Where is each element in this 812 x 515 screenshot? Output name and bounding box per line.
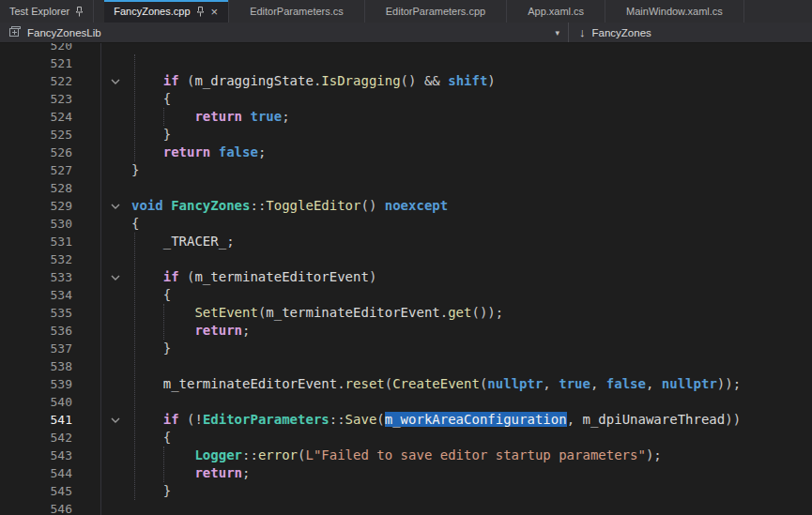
- indent-guide: [163, 304, 164, 340]
- pin-icon[interactable]: [75, 7, 84, 17]
- tab-editorparameters-cs[interactable]: EditorParameters.cs: [229, 0, 365, 23]
- code-text: return;: [131, 322, 812, 340]
- line-number: 545: [0, 482, 83, 500]
- code-line-546[interactable]: 546: [0, 500, 812, 515]
- project-dropdown[interactable]: FancyZonesLib ▾: [0, 23, 569, 42]
- code-text: [131, 500, 812, 515]
- code-line-536[interactable]: 536 return;: [0, 322, 812, 340]
- line-number: 538: [0, 357, 83, 375]
- code-line-520[interactable]: 520: [0, 43, 812, 54]
- tab-label: App.xaml.cs: [528, 6, 584, 17]
- fold-gutter: [83, 90, 131, 108]
- code-line-524[interactable]: 524 return true;: [0, 108, 812, 126]
- code-line-530[interactable]: 530{: [0, 215, 812, 233]
- code-line-543[interactable]: 543 Logger::error(L"Failed to save edito…: [0, 447, 812, 464]
- code-line-522[interactable]: 522 if (m_draggingState.IsDragging() && …: [0, 72, 812, 90]
- indent-guide: [134, 233, 135, 500]
- line-number: 533: [0, 268, 83, 286]
- code-line-537[interactable]: 537 }: [0, 340, 812, 357]
- fold-chevron-icon[interactable]: [83, 268, 131, 286]
- line-number: 528: [0, 179, 83, 197]
- tab-fancyzones-cpp[interactable]: FancyZones.cpp×: [104, 0, 229, 23]
- code-line-531[interactable]: 531 _TRACER_;: [0, 233, 812, 250]
- code-text: }: [131, 340, 812, 357]
- line-number: 527: [0, 161, 83, 179]
- code-line-529[interactable]: 529void FancyZones::ToggleEditor() noexc…: [0, 197, 812, 215]
- line-number: 523: [0, 90, 83, 108]
- line-number: 539: [0, 375, 83, 393]
- fold-gutter: [83, 429, 131, 447]
- pin-icon[interactable]: [196, 7, 205, 17]
- code-editor: 520521522 if (m_draggingState.IsDragging…: [0, 43, 812, 515]
- line-number: 524: [0, 108, 83, 126]
- code-text: {: [131, 429, 812, 447]
- code-line-532[interactable]: 532: [0, 250, 812, 268]
- fold-gutter: [83, 482, 131, 500]
- project-dropdown-label: FancyZonesLib: [27, 27, 101, 38]
- fold-chevron-icon[interactable]: [83, 411, 131, 429]
- line-number: 540: [0, 393, 83, 411]
- tab-bar: Test ExplorerFancyZones.cpp×EditorParame…: [0, 0, 812, 23]
- code-line-539[interactable]: 539 m_terminateEditorEvent.reset(CreateE…: [0, 375, 812, 393]
- tab-mainwindow-xaml-cs[interactable]: MainWindow.xaml.cs: [605, 0, 744, 23]
- code-text: [131, 179, 812, 197]
- fold-gutter: [83, 126, 131, 144]
- indent-guide: [134, 54, 135, 161]
- tab-editorparameters-cpp[interactable]: EditorParameters.cpp: [365, 0, 507, 23]
- code-text: [131, 357, 812, 375]
- scope-dropdown-label: FancyZones: [592, 27, 651, 38]
- line-number: 534: [0, 286, 83, 304]
- line-number: 542: [0, 429, 83, 447]
- fold-chevron-icon[interactable]: [83, 72, 131, 90]
- code-line-535[interactable]: 535 SetEvent(m_terminateEditorEvent.get(…: [0, 304, 812, 322]
- code-text: m_terminateEditorEvent.reset(CreateEvent…: [131, 375, 812, 393]
- tab-label: EditorParameters.cs: [250, 6, 344, 17]
- fold-gutter: [83, 357, 131, 375]
- line-number: 530: [0, 215, 83, 233]
- tab-test-explorer[interactable]: Test Explorer: [0, 0, 94, 23]
- indent-guide: [163, 447, 164, 482]
- code-line-545[interactable]: 545 }: [0, 482, 812, 500]
- code-text: void FancyZones::ToggleEditor() noexcept: [131, 197, 812, 215]
- line-number: 537: [0, 340, 83, 357]
- down-arrow-icon: ↓: [579, 26, 586, 38]
- line-number: 535: [0, 304, 83, 322]
- fold-gutter: [83, 304, 131, 322]
- scope-dropdown[interactable]: ↓ FancyZones: [569, 23, 812, 42]
- code-line-541[interactable]: 541 if (!EditorParameters::Save(m_workAr…: [0, 411, 812, 429]
- tab-label: EditorParameters.cpp: [386, 6, 485, 17]
- code-line-527[interactable]: 527}: [0, 161, 812, 179]
- line-number: 531: [0, 233, 83, 250]
- fold-gutter: [83, 54, 131, 72]
- fold-gutter: [83, 393, 131, 411]
- line-number: 529: [0, 197, 83, 215]
- code-text: [131, 393, 812, 411]
- code-line-533[interactable]: 533 if (m_terminateEditorEvent): [0, 268, 812, 286]
- code-line-534[interactable]: 534 {: [0, 286, 812, 304]
- fold-gutter: [83, 464, 131, 482]
- line-number: 521: [0, 54, 83, 72]
- tab-app-xaml-cs[interactable]: App.xaml.cs: [507, 0, 605, 23]
- tab-label: MainWindow.xaml.cs: [626, 6, 723, 17]
- line-number: 526: [0, 144, 83, 161]
- line-number: 546: [0, 500, 83, 515]
- close-icon[interactable]: ×: [210, 6, 220, 18]
- code-line-525[interactable]: 525 }: [0, 126, 812, 144]
- code-text: return true;: [131, 108, 812, 126]
- code-line-526[interactable]: 526 return false;: [0, 144, 812, 161]
- code-line-544[interactable]: 544 return;: [0, 464, 812, 482]
- line-number: 522: [0, 72, 83, 90]
- code-text: {: [131, 215, 812, 233]
- code-line-528[interactable]: 528: [0, 179, 812, 197]
- code-text: [131, 250, 812, 268]
- code-line-542[interactable]: 542 {: [0, 429, 812, 447]
- code-line-540[interactable]: 540: [0, 393, 812, 411]
- code-text: return false;: [131, 144, 812, 161]
- code-line-521[interactable]: 521: [0, 54, 812, 72]
- line-number: 544: [0, 464, 83, 482]
- code-line-538[interactable]: 538: [0, 357, 812, 375]
- fold-chevron-icon[interactable]: [83, 197, 131, 215]
- fold-gutter: [83, 233, 131, 250]
- code-line-523[interactable]: 523 {: [0, 90, 812, 108]
- fold-gutter: [83, 250, 131, 268]
